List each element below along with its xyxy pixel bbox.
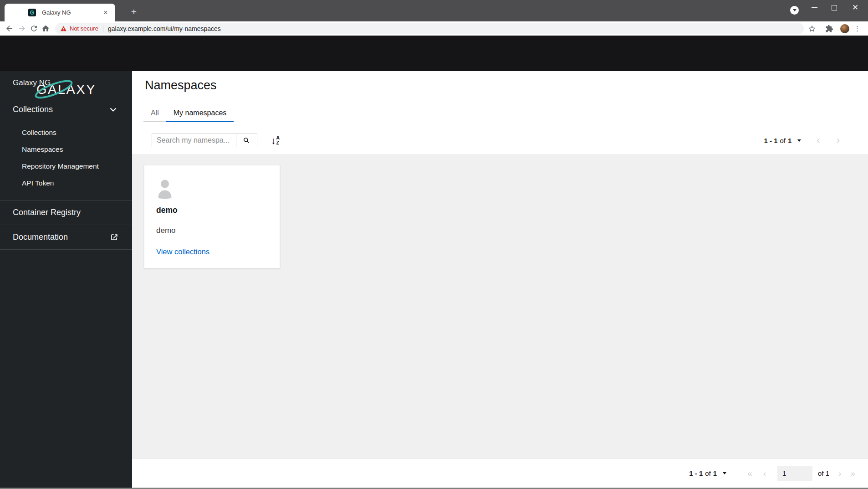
sidebar-item-repository-management[interactable]: Repository Management	[0, 158, 132, 175]
next-page-button[interactable]: ›	[837, 135, 840, 145]
tab-close-icon[interactable]: ✕	[102, 9, 110, 17]
namespace-card: demo demo View collections	[144, 165, 280, 268]
url-text: galaxy.example.com/ui/my-namespaces	[108, 25, 221, 32]
browser-window: G Galaxy NG ✕ + ✕ Not secure galaxy	[0, 0, 868, 489]
browser-toolbar: Not secure galaxy.example.com/ui/my-name…	[0, 21, 868, 36]
namespace-name: demo	[156, 206, 178, 215]
sidebar-item-container-registry[interactable]: Container Registry	[0, 201, 132, 225]
reload-icon	[30, 24, 38, 33]
extensions-icon[interactable]	[824, 23, 835, 34]
sort-button[interactable]: ↓ A Z	[271, 135, 280, 145]
sort-letters: A Z	[276, 135, 280, 145]
first-page-button[interactable]: «	[747, 468, 752, 479]
warning-triangle-icon	[60, 26, 67, 32]
view-collections-link[interactable]: View collections	[156, 247, 209, 256]
pagination-menu-toggle[interactable]: 1 - 1 of 1	[689, 469, 726, 477]
pagination-of-label: of	[705, 469, 711, 477]
next-page-button[interactable]: ›	[838, 468, 841, 479]
tab-search-button[interactable]	[790, 6, 799, 15]
pagination-range: 1 - 1	[764, 137, 777, 144]
sidebar-item-collections[interactable]: Collections	[0, 124, 132, 141]
address-bar[interactable]: Not secure galaxy.example.com/ui/my-name…	[55, 23, 804, 34]
tab-title: Galaxy NG	[42, 9, 102, 16]
last-page-button[interactable]: »	[850, 468, 855, 479]
sidebar-group-label: Collections	[13, 105, 53, 114]
prev-page-button[interactable]: ‹	[763, 468, 766, 479]
of-pages-label: of 1	[818, 469, 829, 477]
pagination-menu-toggle[interactable]: 1 - 1 of 1	[764, 137, 801, 144]
galaxy-logo: GALAXY	[36, 79, 96, 99]
sort-alpha-down-icon: ↓	[271, 136, 276, 145]
window-close-button[interactable]: ✕	[846, 0, 864, 15]
pagination-bottom: 1 - 1 of 1 « ‹ of 1 › »	[689, 458, 855, 488]
not-secure-label[interactable]: Not secure	[70, 25, 98, 32]
sidebar-nav: Galaxy NG Collections Collections Namesp…	[0, 71, 132, 489]
caret-down-icon	[723, 472, 726, 474]
toolbar: ↓ A Z	[152, 134, 280, 147]
sidebar-group-collections[interactable]: Collections	[0, 95, 132, 124]
tab-my-namespaces[interactable]: My namespaces	[166, 105, 234, 122]
home-button[interactable]	[40, 23, 51, 35]
caret-down-icon	[797, 139, 801, 142]
back-button[interactable]	[3, 23, 15, 35]
browser-tab-strip: G Galaxy NG ✕ + ✕	[0, 0, 868, 21]
tab-favicon-icon: G	[28, 9, 36, 16]
reload-button[interactable]	[28, 23, 40, 35]
search-input[interactable]	[152, 134, 236, 147]
sidebar-item-label: Container Registry	[13, 208, 81, 217]
new-tab-button[interactable]: +	[128, 5, 140, 18]
tab-all[interactable]: All	[143, 105, 166, 122]
external-link-icon	[110, 233, 118, 242]
total-pages: 1	[826, 469, 829, 477]
current-page-input[interactable]	[777, 466, 812, 481]
home-icon	[41, 24, 50, 33]
namespace-avatar-icon	[156, 179, 174, 199]
forward-button[interactable]	[16, 23, 28, 35]
pagination-of-label: of	[780, 137, 786, 144]
page-header: Namespaces All My namespaces ↓ A Z 1 - 1…	[132, 71, 868, 154]
pagination-range: 1 - 1	[689, 469, 703, 477]
bookmark-star-icon[interactable]	[807, 23, 817, 34]
omnibox-divider	[103, 25, 103, 32]
namespace-company: demo	[156, 226, 176, 235]
back-arrow-icon	[5, 24, 14, 33]
sidebar-item-namespaces[interactable]: Namespaces	[0, 141, 132, 158]
sidebar-divider	[0, 249, 132, 250]
chevron-down-icon	[793, 9, 797, 11]
forward-arrow-icon	[18, 24, 26, 33]
pagination-total: 1	[788, 137, 791, 144]
browser-menu-icon[interactable]: ⋮	[854, 25, 861, 33]
of-label: of	[818, 469, 824, 477]
window-minimize-button[interactable]	[805, 0, 823, 15]
prev-page-button[interactable]: ‹	[817, 135, 820, 145]
pagination-top: 1 - 1 of 1 ‹ ›	[764, 134, 840, 147]
browser-profile-avatar[interactable]	[840, 24, 849, 33]
pagination-total: 1	[713, 469, 717, 477]
content-area: demo demo View collections	[132, 154, 868, 458]
window-maximize-button[interactable]	[825, 0, 843, 15]
chevron-down-icon	[110, 108, 117, 112]
sidebar-item-label: Documentation	[13, 232, 68, 242]
page-title: Namespaces	[145, 78, 217, 93]
sidebar-item-api-token[interactable]: API Token	[0, 175, 132, 191]
pagination-bottom-bar: 1 - 1 of 1 « ‹ of 1 › »	[132, 458, 868, 488]
app-masthead: GALAXY ? demo	[0, 36, 868, 71]
galaxy-logo-text: GALAXY	[36, 82, 96, 97]
sort-letter-z: Z	[276, 140, 280, 145]
search-button[interactable]	[236, 134, 257, 147]
search-icon	[243, 137, 250, 144]
namespace-tabs: All My namespaces	[143, 105, 234, 122]
sidebar-item-documentation[interactable]: Documentation	[0, 225, 132, 249]
browser-tab[interactable]: G Galaxy NG ✕	[5, 4, 115, 21]
